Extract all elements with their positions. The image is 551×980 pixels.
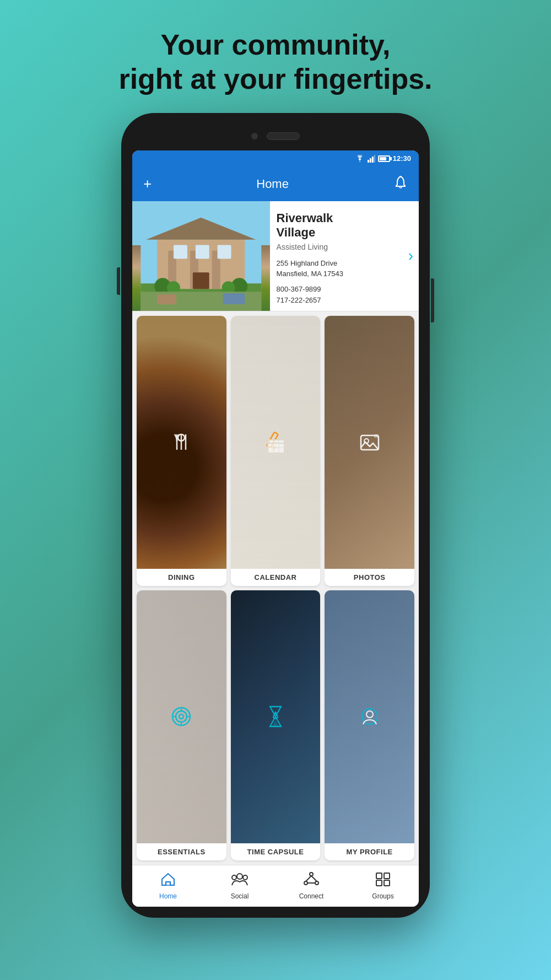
svg-point-50: [232, 875, 236, 880]
headline: Your community, right at your fingertips…: [118, 28, 432, 96]
tile-timecapsule-label: TIME CAPSULE: [231, 843, 321, 860]
essentials-icon: [169, 704, 193, 729]
tile-calendar-image: [231, 316, 321, 569]
bottom-nav: Home Social: [132, 865, 419, 907]
app-bar-title: Home: [256, 177, 289, 191]
app-bar: + Home: [132, 167, 419, 201]
calendar-icon: [263, 430, 288, 454]
svg-point-53: [304, 881, 307, 885]
nav-item-groups[interactable]: Groups: [347, 865, 419, 907]
nav-connect-label: Connect: [299, 892, 324, 900]
volume-button: [117, 267, 120, 295]
tile-photos-image: [325, 316, 414, 569]
timecapsule-icon: [263, 704, 288, 729]
dining-icon: [169, 430, 193, 454]
groups-icon: [375, 872, 391, 890]
svg-rect-20: [223, 293, 245, 304]
nav-item-connect[interactable]: Connect: [276, 865, 347, 907]
svg-rect-12: [196, 245, 209, 259]
tile-calendar[interactable]: CALENDAR: [231, 316, 321, 586]
tile-dining[interactable]: DINING: [137, 316, 226, 586]
front-camera: [251, 133, 258, 139]
headline-line1: Your community,: [118, 28, 432, 62]
tile-timecapsule[interactable]: TIME CAPSULE: [231, 590, 321, 860]
phone-screen: 12:30 + Home: [132, 150, 419, 907]
svg-rect-35: [374, 434, 379, 438]
svg-rect-60: [376, 880, 382, 886]
home-icon: [160, 872, 176, 890]
svg-point-54: [315, 881, 318, 885]
svg-rect-11: [174, 245, 187, 259]
nav-item-home[interactable]: Home: [132, 865, 204, 907]
community-chevron-icon[interactable]: ›: [408, 247, 413, 265]
add-button[interactable]: +: [143, 175, 152, 192]
tile-essentials[interactable]: ESSENTIALS: [137, 590, 226, 860]
svg-point-47: [366, 711, 373, 718]
tiles-row-1: DINING: [137, 316, 414, 586]
nav-home-label: Home: [159, 892, 177, 900]
community-info: Riverwalk Village Assisted Living 255 Hi…: [270, 201, 419, 311]
svg-rect-58: [376, 873, 382, 879]
svg-rect-14: [193, 272, 209, 289]
tiles-row-2: ESSENTIALS: [137, 590, 414, 860]
tile-essentials-label: ESSENTIALS: [137, 843, 226, 860]
svg-rect-0: [368, 160, 369, 163]
nav-item-social[interactable]: Social: [204, 865, 276, 907]
svg-rect-3: [374, 155, 375, 163]
svg-rect-1: [370, 158, 371, 163]
community-phone: 800-367-9899 717-222-2657: [277, 284, 412, 307]
building-illustration: [132, 201, 270, 311]
community-name: Riverwalk Village: [277, 211, 412, 240]
tile-dining-label: DINING: [137, 569, 226, 586]
tile-photos-label: PHOTOS: [325, 569, 414, 586]
community-image: [132, 201, 270, 311]
svg-point-52: [310, 873, 313, 876]
community-card[interactable]: Riverwalk Village Assisted Living 255 Hi…: [132, 201, 419, 311]
wifi-icon: [355, 155, 365, 163]
tile-myprofile[interactable]: MY PROFILE: [325, 590, 414, 860]
connect-icon: [304, 872, 319, 890]
community-address: 255 Highland Drive Mansfield, MA 17543: [277, 258, 412, 279]
social-icon: [231, 872, 249, 890]
status-icons: 12:30: [355, 154, 411, 163]
speaker-grille: [267, 132, 300, 140]
tile-photos[interactable]: PHOTOS: [325, 316, 414, 586]
notification-bell-icon[interactable]: [393, 175, 408, 193]
svg-line-56: [311, 876, 317, 881]
tile-myprofile-label: MY PROFILE: [325, 843, 414, 860]
headline-line2: right at your fingertips.: [118, 62, 432, 96]
phone-shell: 12:30 + Home: [121, 113, 430, 918]
svg-point-45: [274, 712, 277, 714]
photos-icon: [358, 430, 382, 454]
svg-point-51: [243, 875, 247, 880]
power-button: [431, 278, 434, 322]
tiles-container: DINING: [132, 311, 419, 865]
status-bar: 12:30: [132, 150, 419, 167]
tile-calendar-label: CALENDAR: [231, 569, 321, 586]
status-time: 12:30: [393, 154, 411, 163]
svg-rect-61: [384, 880, 390, 886]
battery-fill: [380, 157, 386, 160]
tile-myprofile-image: [325, 590, 414, 843]
svg-point-37: [176, 711, 187, 722]
signal-icon: [368, 155, 375, 163]
svg-rect-28: [268, 440, 284, 453]
nav-groups-label: Groups: [372, 892, 393, 900]
svg-rect-21: [157, 294, 176, 304]
community-type: Assisted Living: [277, 243, 412, 251]
svg-line-55: [306, 876, 311, 881]
battery-icon: [378, 155, 390, 162]
tile-dining-image: [137, 316, 226, 569]
svg-point-38: [179, 714, 183, 719]
tile-timecapsule-image: [231, 590, 321, 843]
svg-rect-2: [372, 157, 374, 163]
svg-point-49: [237, 874, 242, 879]
svg-rect-59: [384, 873, 390, 879]
myprofile-icon: [358, 704, 382, 729]
tile-essentials-image: [137, 590, 226, 843]
svg-rect-13: [218, 245, 231, 259]
phone-top-bar: [132, 124, 419, 148]
nav-social-label: Social: [231, 892, 249, 900]
